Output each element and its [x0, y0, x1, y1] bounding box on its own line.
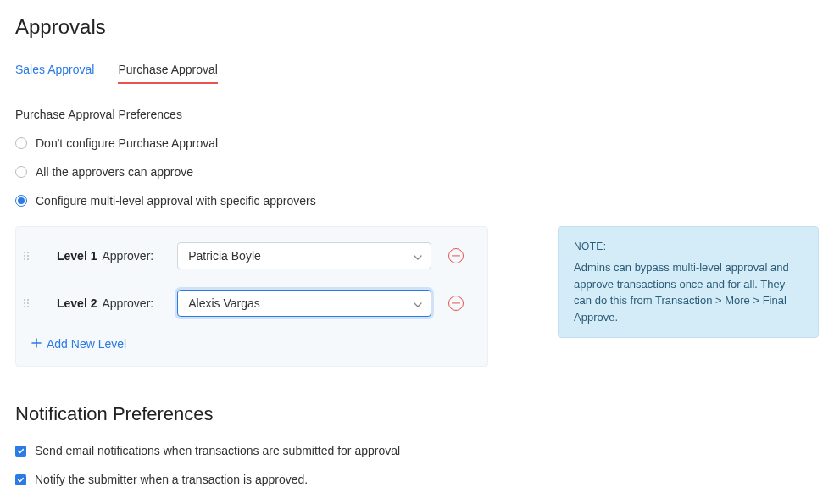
level-number-label: Level 2: [57, 296, 97, 310]
radio-icon: [15, 195, 27, 207]
chevron-down-icon: [414, 296, 422, 310]
remove-level-button[interactable]: [448, 248, 464, 263]
level-number-label: Level 1: [57, 249, 97, 263]
add-level-button[interactable]: Add New Level: [31, 337, 126, 351]
tabs: Sales Approval Purchase Approval: [15, 56, 819, 84]
level-row-2: Level 2 Approver: Alexis Vargas: [21, 290, 472, 317]
radio-all-approvers[interactable]: All the approvers can approve: [15, 165, 819, 179]
level-row-1: Level 1 Approver: Patricia Boyle: [21, 242, 472, 269]
select-value: Alexis Vargas: [188, 296, 260, 310]
radio-multi-level[interactable]: Configure multi-level approval with spec…: [15, 194, 819, 208]
checkbox-icon: [15, 474, 26, 485]
notification-preferences-title: Notification Preferences: [15, 403, 819, 425]
page-title: Approvals: [15, 15, 819, 39]
level-panel: Level 1 Approver: Patricia Boyle Level 2…: [15, 226, 488, 367]
checkbox-label: Notify the submitter when a transaction …: [35, 473, 308, 486]
approver-label: Approver:: [102, 249, 153, 263]
radio-label: All the approvers can approve: [36, 165, 193, 179]
radio-icon: [15, 166, 27, 178]
approver-select-2[interactable]: Alexis Vargas: [177, 290, 431, 317]
note-title: NOTE:: [574, 239, 803, 254]
checkbox-label: Send email notifications when transactio…: [35, 444, 400, 457]
radio-group-approval-mode: Don't configure Purchase Approval All th…: [15, 136, 819, 208]
approver-select-1[interactable]: Patricia Boyle: [177, 242, 431, 269]
checkbox-email-on-submit[interactable]: Send email notifications when transactio…: [15, 444, 819, 457]
tab-purchase-approval[interactable]: Purchase Approval: [118, 56, 218, 83]
radio-label: Don't configure Purchase Approval: [36, 136, 218, 150]
radio-label: Configure multi-level approval with spec…: [36, 194, 316, 208]
select-value: Patricia Boyle: [188, 249, 261, 263]
checkbox-notify-on-approve[interactable]: Notify the submitter when a transaction …: [15, 473, 819, 486]
chevron-down-icon: [414, 249, 422, 263]
section-label: Purchase Approval Preferences: [15, 108, 819, 121]
radio-dont-configure[interactable]: Don't configure Purchase Approval: [15, 136, 819, 150]
approval-config-wrap: Level 1 Approver: Patricia Boyle Level 2…: [15, 226, 819, 367]
drag-handle-icon[interactable]: [21, 299, 31, 307]
add-level-label: Add New Level: [47, 337, 126, 351]
radio-icon: [15, 137, 27, 149]
approver-label: Approver:: [102, 296, 153, 310]
section-divider: [15, 379, 819, 379]
drag-handle-icon[interactable]: [21, 252, 31, 260]
checkbox-icon: [15, 446, 26, 457]
note-box: NOTE: Admins can bypass multi-level appr…: [558, 226, 819, 338]
note-body: Admins can bypass multi-level approval a…: [574, 259, 803, 325]
remove-level-button[interactable]: [448, 296, 464, 311]
tab-sales-approval[interactable]: Sales Approval: [15, 56, 94, 83]
plus-icon: [31, 337, 42, 351]
